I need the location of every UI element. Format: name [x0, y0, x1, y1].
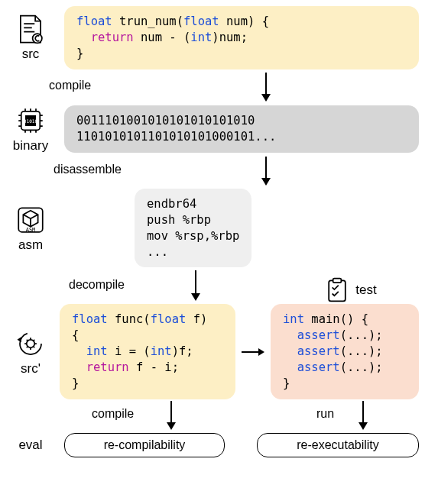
arrow-decompile: decompile	[64, 267, 281, 304]
arrow-down-icon	[279, 399, 417, 433]
label-binary: binary	[13, 138, 48, 153]
icon-col-asm: ASM asm	[6, 204, 55, 253]
arrow-label-compile: compile	[49, 79, 91, 92]
svg-rect-12	[329, 281, 346, 302]
row-srcprime: src' float func(float f) { int i = (int)…	[6, 304, 419, 399]
icon-col-binary: 01010 binary	[6, 105, 55, 153]
svg-marker-2	[261, 94, 271, 102]
code-asm: endbr64 push %rbp mov %rsp,%rbp ...	[135, 189, 251, 268]
row-binary: 01010 binary 0011101001010101010101010 1…	[6, 105, 419, 153]
svg-point-14	[20, 333, 41, 354]
svg-marker-18	[258, 348, 264, 356]
code-binary: 0011101001010101010101010 11010101011010…	[64, 105, 419, 153]
icon-col-eval: eval	[6, 438, 55, 453]
row-src: src float trun_num(float num) { return n…	[6, 6, 419, 69]
arrow-label-decompile: decompile	[69, 278, 125, 292]
arrow-label-compile2: compile	[92, 407, 134, 421]
label-srcprime: src'	[21, 361, 41, 376]
label-test: test	[355, 283, 376, 298]
icon-col-src: src	[6, 13, 55, 62]
arrow-disassemble: disassemble	[6, 153, 419, 189]
svg-text:ASM: ASM	[26, 226, 36, 232]
code-srcprime: float func(float f) { int i = (int)f; re…	[60, 304, 235, 399]
code-test: int main() { assert(...); assert(...); a…	[271, 304, 419, 399]
arrow-down-icon	[136, 69, 289, 105]
arrow-compile2: compile	[64, 399, 251, 433]
asm-icon: ASM	[15, 204, 47, 236]
svg-rect-13	[333, 279, 342, 283]
code-src: float trun_num(float num) { return num -…	[64, 6, 419, 69]
svg-marker-20	[167, 422, 176, 430]
chip-icon: 01010	[15, 105, 47, 137]
pill-recompilability: re-compilability	[64, 433, 225, 457]
label-eval: eval	[18, 438, 42, 453]
label-src: src	[22, 47, 40, 62]
arrow-compile: compile	[6, 69, 419, 105]
arrow-down-icon	[113, 153, 312, 189]
gear-cycle-icon	[15, 328, 47, 360]
label-asm: asm	[18, 237, 43, 253]
test-header: test	[281, 276, 419, 304]
clipboard-check-icon	[323, 276, 351, 304]
svg-marker-15	[18, 337, 21, 342]
arrow-label-run: run	[316, 407, 334, 421]
pill-reexecutability: re-executability	[257, 433, 419, 457]
row-asm: ASM asm endbr64 push %rbp mov %rsp,%rbp …	[6, 189, 419, 268]
svg-marker-22	[358, 422, 368, 430]
source-file-icon	[15, 13, 47, 45]
svg-marker-11	[191, 293, 200, 301]
svg-text:01010: 01010	[24, 118, 38, 123]
arrow-run: run	[277, 399, 419, 433]
arrow-right-icon	[240, 344, 266, 360]
arrow-label-disassemble: disassemble	[54, 163, 122, 176]
svg-marker-7	[261, 178, 271, 186]
icon-col-srcprime: src'	[6, 328, 55, 376]
